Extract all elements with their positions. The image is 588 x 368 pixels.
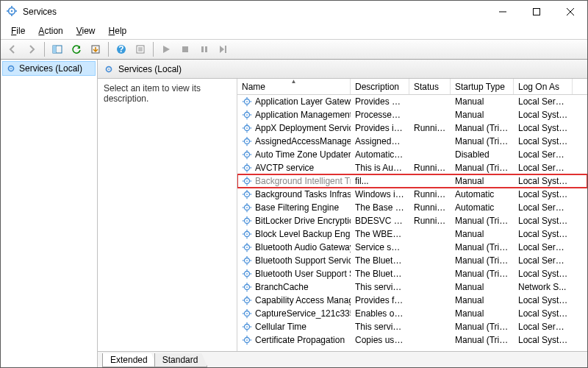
service-row[interactable]: Cellular TimeThis service ...Manual (Tri… [237, 320, 587, 333]
svg-point-95 [246, 247, 248, 248]
help-button[interactable]: ? [112, 41, 130, 57]
menu-view[interactable]: View [71, 24, 101, 38]
service-row[interactable]: Capability Access Manager ...Provides fa… [237, 294, 587, 307]
service-startup-type: Manual [451, 176, 514, 186]
service-row[interactable]: Bluetooth Audio Gateway S...Service sup.… [237, 241, 587, 254]
menu-action[interactable]: Action [32, 24, 68, 38]
close-button[interactable] [553, 1, 587, 23]
svg-rect-22 [205, 46, 207, 52]
service-row[interactable]: Base Filtering EngineThe Base Fil...Runn… [237, 201, 587, 214]
menu-help[interactable]: Help [103, 24, 133, 38]
minimize-button[interactable] [486, 1, 520, 23]
service-name: Background Tasks Infrastruc... [255, 189, 351, 199]
service-row[interactable]: AssignedAccessManager Se...AssignedAc...… [237, 135, 587, 148]
description-pane: Select an item to view its description. [98, 79, 237, 351]
service-row[interactable]: BranchCacheThis service ...ManualNetwork… [237, 280, 587, 294]
refresh-button[interactable] [68, 41, 85, 57]
col-description[interactable]: Description [351, 79, 409, 94]
service-row[interactable]: CaptureService_121c3357Enables opti...Ma… [237, 307, 587, 320]
service-description: Processes in... [351, 110, 409, 120]
service-description: Windows in... [351, 189, 409, 199]
service-name: BitLocker Drive Encryption ... [255, 216, 351, 226]
service-row[interactable]: Certificate PropagationCopies user ...Ma… [237, 333, 587, 347]
service-row[interactable]: Bluetooth Support ServiceThe Bluetoo...M… [237, 254, 587, 267]
col-status[interactable]: Status [409, 79, 451, 94]
service-description: Enables opti... [351, 308, 409, 319]
back-button[interactable] [4, 41, 21, 57]
service-row[interactable]: Block Level Backup Engine ...The WBENG..… [237, 227, 587, 241]
service-logon-as: Local Syste... [514, 229, 573, 239]
col-startup-type[interactable]: Startup Type [451, 79, 514, 94]
menu-file[interactable]: File [5, 24, 31, 38]
svg-point-83 [246, 220, 248, 222]
service-name: BranchCache [255, 282, 309, 292]
service-row[interactable]: Background Tasks Infrastruc...Windows in… [237, 188, 587, 201]
service-description: The Bluetoo... [351, 269, 409, 279]
service-description: Automatica... [351, 149, 409, 160]
tab-extended[interactable]: Extended [102, 353, 157, 367]
svg-point-47 [246, 141, 248, 142]
service-description: This service ... [351, 322, 409, 332]
col-name[interactable]: Name▲ [237, 79, 351, 94]
service-logon-as: Local Service [514, 163, 573, 173]
service-description: Copies user ... [351, 335, 409, 345]
pause-service-button[interactable] [196, 41, 213, 57]
service-startup-type: Manual [451, 282, 514, 292]
gear-icon [242, 282, 252, 292]
service-row[interactable]: Bluetooth User Support Ser...The Bluetoo… [237, 267, 587, 280]
service-row[interactable]: Application Layer Gateway ...Provides su… [237, 95, 587, 108]
start-service-button[interactable] [157, 41, 175, 57]
restart-service-button[interactable] [215, 41, 232, 57]
service-row[interactable]: Auto Time Zone UpdaterAutomatica...Disab… [237, 148, 587, 161]
service-rows[interactable]: Application Layer Gateway ...Provides su… [237, 95, 587, 351]
services-window: Services File Action View Help ? S [0, 0, 588, 368]
service-logon-as: Local Syste... [514, 335, 573, 345]
gear-icon [242, 242, 252, 252]
gear-icon [104, 64, 114, 74]
gear-icon [242, 176, 252, 186]
service-name: Bluetooth Support Service [255, 255, 351, 266]
service-logon-as: Local Service [514, 149, 573, 160]
maximize-button[interactable] [520, 1, 553, 23]
service-description: The Bluetoo... [351, 255, 409, 266]
service-startup-type: Manual [451, 229, 514, 239]
svg-point-113 [246, 286, 248, 288]
service-logon-as: Local Syste... [514, 308, 573, 319]
gear-icon [242, 308, 252, 319]
service-description: AssignedAc... [351, 136, 409, 146]
service-row[interactable]: AppX Deployment Service (...Provides inf… [237, 121, 587, 135]
svg-point-89 [246, 233, 248, 235]
service-row[interactable]: BitLocker Drive Encryption ...BDESVC hos… [237, 214, 587, 227]
svg-point-35 [246, 114, 248, 116]
service-row[interactable]: Background Intelligent Transfer Servicef… [237, 174, 587, 188]
properties-button[interactable] [132, 41, 149, 57]
service-startup-type: Automatic [451, 189, 514, 199]
tab-standard[interactable]: Standard [154, 353, 208, 367]
service-description: BDESVC hos... [351, 216, 409, 226]
show-hide-tree-button[interactable] [49, 41, 66, 57]
list-pane: Name▲ Description Status Startup Type Lo… [237, 79, 587, 351]
export-button[interactable] [87, 41, 104, 57]
gear-icon [242, 136, 252, 146]
service-description: Provides inf... [351, 123, 409, 133]
tree-item-services-local[interactable]: Services (Local) [2, 61, 96, 76]
service-startup-type: Manual (Trig... [451, 163, 514, 173]
forward-button[interactable] [23, 41, 40, 57]
toolbar: ? [1, 39, 587, 60]
svg-rect-20 [182, 46, 188, 52]
service-row[interactable]: Application ManagementProcesses in...Man… [237, 108, 587, 121]
service-logon-as: Local Syste... [514, 189, 573, 199]
service-row[interactable]: AVCTP serviceThis is Audi...RunningManua… [237, 161, 587, 174]
titlebar[interactable]: Services [1, 1, 587, 23]
gear-icon [242, 110, 252, 120]
service-name: Auto Time Zone Updater [255, 149, 351, 160]
tree-pane[interactable]: Services (Local) [1, 60, 98, 367]
svg-rect-21 [201, 46, 204, 52]
main-pane: Services (Local) Select an item to view … [98, 60, 587, 367]
col-log-on-as[interactable]: Log On As [514, 79, 573, 94]
description-text: Select an item to view its description. [104, 83, 201, 104]
svg-point-131 [246, 326, 248, 328]
service-name: Background Intelligent Transfer Service [255, 176, 351, 186]
svg-rect-7 [534, 9, 540, 15]
stop-service-button[interactable] [176, 41, 194, 57]
